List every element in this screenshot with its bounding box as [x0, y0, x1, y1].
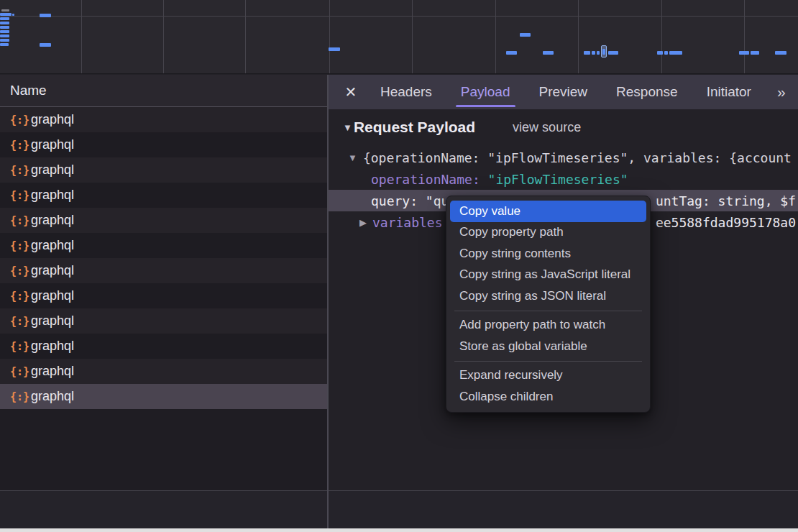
- json-braces-icon: {:}: [10, 114, 24, 127]
- request-name: graphql: [31, 364, 74, 379]
- json-braces-icon: {:}: [10, 139, 24, 152]
- payload-root-row[interactable]: ▼{operationName: "ipFlowTimeseries", var…: [329, 147, 798, 168]
- request-row-graphql[interactable]: {:}graphql: [0, 334, 327, 359]
- request-name: graphql: [31, 263, 74, 278]
- menu-item-copy-string-as-javascript-literal[interactable]: Copy string as JavaScript literal: [446, 265, 650, 286]
- query-left-text: query: "qu: [371, 193, 449, 208]
- menu-separator: [454, 311, 642, 311]
- timeline-request-bar: [608, 51, 618, 55]
- menu-item-copy-string-contents[interactable]: Copy string contents: [446, 243, 650, 265]
- timeline-request-bar: [664, 51, 668, 55]
- timeline-request-bar: [0, 22, 9, 24]
- overview-gridline: [412, 0, 413, 73]
- timeline-request-bar: [657, 51, 663, 55]
- timeline-request-bar: [597, 51, 600, 55]
- json-braces-icon: {:}: [10, 365, 24, 378]
- json-braces-icon: {:}: [10, 265, 24, 278]
- json-braces-icon: {:}: [10, 164, 24, 177]
- tab-headers[interactable]: Headers: [366, 75, 446, 109]
- overview-gridline: [744, 0, 745, 73]
- operation-name-row[interactable]: operationName: "ipFlowTimeseries": [329, 168, 798, 190]
- tab-response[interactable]: Response: [602, 75, 692, 109]
- overview-gridline: [495, 0, 496, 73]
- request-name: graphql: [31, 188, 74, 203]
- request-row-graphql[interactable]: {:}graphql: [0, 359, 327, 384]
- name-column-header[interactable]: Name: [0, 75, 327, 107]
- property-key: variables: [372, 215, 443, 230]
- variables-right-text: ee5588fdad995178a0: [656, 211, 796, 233]
- detail-tab-bar: ✕ HeadersPayloadPreviewResponseInitiator…: [329, 75, 798, 109]
- menu-item-collapse-children[interactable]: Collapse children: [446, 386, 650, 408]
- request-row-graphql[interactable]: {:}graphql: [0, 183, 327, 208]
- json-braces-icon: {:}: [10, 340, 24, 353]
- query-right-text: untTag: string, $f: [656, 190, 796, 211]
- overview-gridline: [163, 0, 164, 73]
- devtools-network-panel: Name {:}graphql{:}graphql{:}graphql{:}gr…: [0, 0, 798, 532]
- overview-gridline: [0, 16, 798, 17]
- close-icon[interactable]: ✕: [339, 75, 363, 109]
- request-name: graphql: [31, 162, 74, 178]
- request-row-graphql[interactable]: {:}graphql: [0, 308, 327, 334]
- request-list-panel: Name {:}graphql{:}graphql{:}graphql{:}gr…: [0, 75, 327, 490]
- tab-payload[interactable]: Payload: [446, 75, 525, 109]
- timeline-request-bar: [0, 30, 9, 33]
- timeline-request-bar: [520, 33, 531, 37]
- overview-gridline: [661, 0, 662, 73]
- request-name: graphql: [31, 313, 74, 329]
- request-row-graphql[interactable]: {:}graphql: [0, 233, 327, 258]
- more-tabs-icon[interactable]: »: [767, 75, 794, 109]
- tab-preview[interactable]: Preview: [525, 75, 602, 109]
- request-row-graphql[interactable]: {:}graphql: [0, 132, 327, 157]
- request-row-graphql[interactable]: {:}graphql: [0, 107, 327, 132]
- section-expander-icon[interactable]: ▼: [343, 122, 352, 133]
- name-column-label: Name: [10, 83, 47, 98]
- request-row-graphql[interactable]: {:}graphql: [0, 384, 327, 409]
- window-bottom-edge: [0, 528, 798, 532]
- panel-divider[interactable]: [327, 75, 329, 528]
- overview-gridline: [245, 0, 246, 73]
- expander-down-icon[interactable]: ▼: [348, 152, 357, 163]
- json-braces-icon: {:}: [10, 214, 24, 227]
- menu-item-copy-property-path[interactable]: Copy property path: [446, 222, 650, 244]
- timeline-request-bar: [584, 51, 590, 55]
- timeline-request-bar: [329, 47, 340, 51]
- property-value: "ipFlowTimeseries": [488, 172, 628, 187]
- request-name: graphql: [31, 339, 74, 354]
- menu-item-add-property-path-to-watch[interactable]: Add property path to watch: [446, 315, 650, 336]
- json-braces-icon: {:}: [10, 239, 24, 252]
- timeline-request-bar: [0, 43, 9, 46]
- expander-right-icon[interactable]: ▶: [359, 217, 367, 228]
- section-title: Request Payload: [354, 119, 475, 136]
- request-row-graphql[interactable]: {:}graphql: [0, 283, 327, 308]
- request-row-graphql[interactable]: {:}graphql: [0, 208, 327, 233]
- menu-item-copy-value[interactable]: Copy value: [450, 201, 646, 222]
- menu-item-expand-recursively[interactable]: Expand recursively: [446, 365, 650, 387]
- menu-separator: [454, 361, 642, 362]
- request-name: graphql: [31, 137, 74, 152]
- json-braces-icon: {:}: [10, 390, 24, 403]
- tab-initiator[interactable]: Initiator: [692, 75, 766, 109]
- request-name: graphql: [31, 238, 74, 253]
- json-braces-icon: {:}: [10, 189, 24, 202]
- panel-footer: [0, 490, 798, 528]
- view-source-link[interactable]: view source: [513, 120, 581, 135]
- json-braces-icon: {:}: [10, 315, 24, 328]
- timeline-request-bar: [0, 26, 9, 29]
- request-name: graphql: [31, 288, 74, 303]
- property-key: operationName:: [371, 172, 488, 187]
- network-overview-timeline[interactable]: [0, 0, 798, 74]
- timeline-request-bar: [0, 13, 12, 16]
- menu-item-store-as-global-variable[interactable]: Store as global variable: [446, 336, 650, 357]
- overview-gridline: [329, 0, 330, 73]
- timeline-request-bar: [0, 35, 9, 37]
- timeline-request-bar: [0, 17, 9, 20]
- request-name: graphql: [31, 213, 74, 228]
- timeline-request-bar: [543, 51, 554, 55]
- menu-item-copy-string-as-json-literal[interactable]: Copy string as JSON literal: [446, 285, 650, 307]
- request-row-graphql[interactable]: {:}graphql: [0, 157, 327, 183]
- timeline-request-bar: [592, 51, 595, 55]
- object-preview-text: {operationName: "ipFlowTimeseries", vari…: [363, 150, 792, 165]
- timeline-request-bar: [751, 51, 759, 55]
- request-row-graphql[interactable]: {:}graphql: [0, 258, 327, 283]
- timeline-request-bar: [602, 49, 605, 55]
